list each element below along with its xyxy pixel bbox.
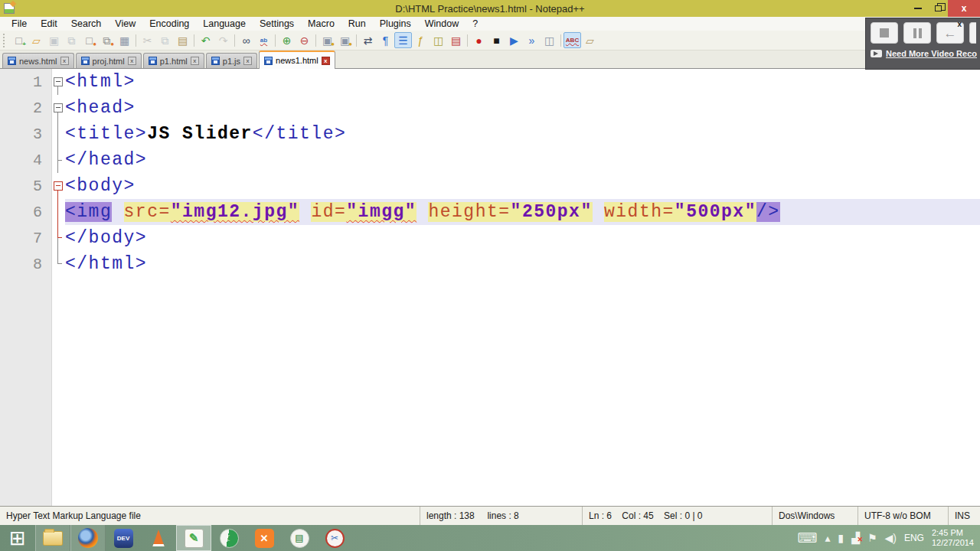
menu-search[interactable]: Search: [64, 18, 109, 29]
action-center-flag-icon[interactable]: ⚑: [867, 533, 877, 543]
code-line-7[interactable]: 7</body>: [0, 225, 980, 251]
tab-close-button[interactable]: x: [60, 57, 69, 65]
cut-button[interactable]: ✂: [139, 32, 156, 48]
menu-help[interactable]: ?: [466, 18, 485, 29]
copy-button[interactable]: ⧉: [156, 32, 174, 48]
tab-p1.js[interactable]: p1.jsx: [206, 53, 257, 68]
code-line-8[interactable]: 8</html>: [0, 251, 980, 277]
zoom-out-button[interactable]: ⊖: [296, 32, 313, 48]
fold-margin[interactable]: [52, 147, 65, 173]
code-line-2[interactable]: 2<head>: [0, 95, 980, 121]
spell-check-button[interactable]: ABC: [564, 32, 581, 48]
network-icon[interactable]: ▟✕: [851, 533, 860, 543]
line-number[interactable]: 5: [0, 178, 52, 195]
fold-collapse-icon[interactable]: [54, 103, 63, 112]
line-number[interactable]: 1: [0, 73, 52, 91]
taskbar-file-explorer[interactable]: [35, 525, 70, 551]
touch-keyboard-icon[interactable]: ⌨: [797, 533, 817, 543]
close-button[interactable]: x: [948, 0, 980, 17]
recorder-link[interactable]: Need More Video Recor: [886, 49, 977, 58]
minimize-button[interactable]: [908, 0, 928, 17]
word-wrap-button[interactable]: ⇄: [359, 32, 377, 48]
code-line-1[interactable]: 1<html>: [0, 69, 980, 95]
menu-macro[interactable]: Macro: [301, 18, 341, 29]
document-switcher-button[interactable]: ▤: [447, 32, 465, 48]
show-all-characters-button[interactable]: ¶: [377, 32, 394, 48]
taskbar-dev-cpp[interactable]: DEV: [106, 525, 141, 551]
code-line-5[interactable]: 5<body>: [0, 173, 980, 199]
open-file-button[interactable]: ▱: [28, 32, 45, 48]
tab-close-button[interactable]: x: [191, 57, 199, 65]
sync-scroll-h-button[interactable]: ▣●: [336, 32, 354, 48]
close-file-button[interactable]: □●: [80, 32, 98, 48]
paste-button[interactable]: ▤: [174, 32, 191, 48]
taskbar-clock[interactable]: 2:45 PM 12/27/2014: [932, 528, 974, 548]
code-line-6[interactable]: 6<img src="img12.jpg" id="imgg" height="…: [0, 199, 980, 225]
line-number[interactable]: 8: [0, 256, 52, 273]
code-line-4[interactable]: 4</head>: [0, 147, 980, 173]
pause-recording-button[interactable]: [903, 22, 931, 44]
line-number[interactable]: 4: [0, 152, 52, 169]
taskbar-snipping-tool[interactable]: ✂: [317, 525, 352, 551]
macro-stop-button[interactable]: ■: [488, 32, 505, 48]
language-indicator[interactable]: ENG: [904, 533, 924, 543]
undo-button[interactable]: ↶: [197, 32, 214, 48]
fold-margin[interactable]: [52, 199, 65, 225]
tab-news.html[interactable]: news.htmlx: [2, 53, 74, 68]
menu-encoding[interactable]: Encoding: [142, 18, 196, 29]
restore-button[interactable]: [928, 0, 948, 17]
taskbar-vlc[interactable]: [141, 525, 176, 551]
indent-guide-button[interactable]: ☰: [394, 32, 412, 48]
macro-record-button[interactable]: ●: [470, 32, 488, 48]
function-list-button[interactable]: ƒ: [412, 32, 430, 48]
fold-margin[interactable]: [52, 225, 65, 251]
taskbar-firefox[interactable]: [70, 525, 106, 551]
line-number[interactable]: 7: [0, 230, 52, 247]
save-file-button[interactable]: ▣: [45, 32, 63, 48]
sync-scroll-v-button[interactable]: ▣●: [318, 32, 336, 48]
new-file-button[interactable]: □+: [10, 32, 28, 48]
power-icon[interactable]: ▮: [838, 533, 844, 543]
zoom-in-button[interactable]: ⊕: [278, 32, 296, 48]
tab-close-button[interactable]: x: [243, 57, 252, 65]
line-number[interactable]: 6: [0, 204, 52, 221]
menu-settings[interactable]: Settings: [253, 18, 301, 29]
fold-margin[interactable]: [52, 251, 65, 277]
tab-close-button[interactable]: x: [128, 57, 136, 65]
replace-button[interactable]: ab: [255, 32, 273, 48]
menu-file[interactable]: File: [5, 18, 34, 29]
taskbar-green-globe-app[interactable]: ☾: [211, 525, 247, 551]
macro-save-button[interactable]: ◫: [541, 32, 558, 48]
fold-margin[interactable]: [52, 173, 65, 199]
fold-collapse-icon[interactable]: [54, 77, 63, 86]
spell-check-settings-button[interactable]: ▱: [581, 32, 599, 48]
code-line-3[interactable]: 3<title>JS Slider</title>: [0, 121, 980, 147]
save-all-button[interactable]: ⧉: [63, 32, 80, 48]
menu-run[interactable]: Run: [341, 18, 373, 29]
recorder-close-icon[interactable]: x: [957, 20, 962, 28]
menu-plugins[interactable]: Plugins: [373, 18, 418, 29]
volume-icon[interactable]: ◀): [884, 533, 896, 543]
editor[interactable]: 1<html>2<head>3<title>JS Slider</title>4…: [0, 69, 980, 506]
macro-play-button[interactable]: ▶: [505, 32, 523, 48]
start-button[interactable]: ⊞: [0, 525, 35, 551]
menu-edit[interactable]: Edit: [34, 18, 64, 29]
tab-close-button[interactable]: x: [322, 57, 330, 65]
fold-margin[interactable]: [52, 121, 65, 147]
fold-collapse-icon[interactable]: [54, 181, 63, 191]
line-number[interactable]: 2: [0, 99, 52, 117]
macro-run-multiple-button[interactable]: »: [523, 32, 541, 48]
taskbar-quran-app[interactable]: ▤: [282, 525, 317, 551]
fold-margin[interactable]: [52, 95, 65, 121]
stop-recording-button[interactable]: [871, 22, 898, 44]
menu-view[interactable]: View: [108, 18, 142, 29]
tab-p1.html[interactable]: p1.htmlx: [143, 53, 204, 68]
line-number[interactable]: 3: [0, 126, 52, 143]
tab-news1.html[interactable]: news1.htmlx: [259, 51, 335, 69]
tab-proj.html[interactable]: proj.htmlx: [76, 53, 142, 68]
taskbar-notepad-plus-plus[interactable]: ✎: [176, 525, 211, 551]
show-hidden-icons[interactable]: ▴: [825, 533, 830, 543]
fold-margin[interactable]: [52, 69, 65, 95]
print-button[interactable]: ▦: [116, 32, 133, 48]
find-button[interactable]: ∞: [237, 32, 255, 48]
